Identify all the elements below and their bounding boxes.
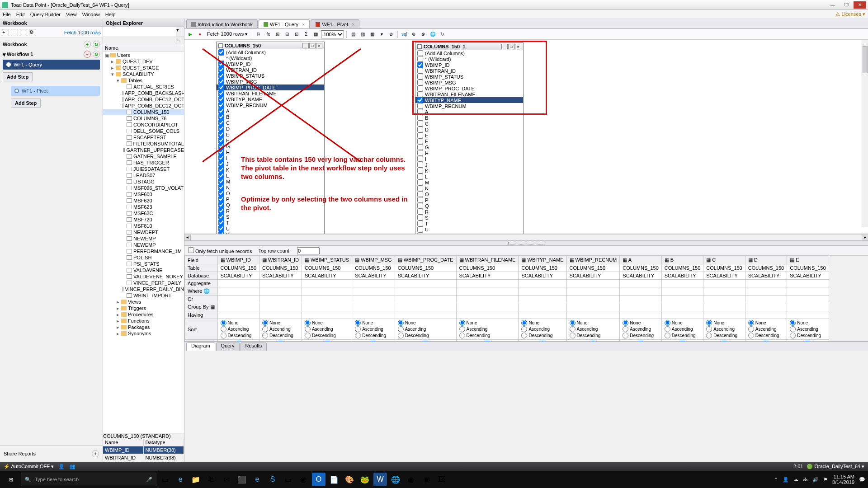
column-checkbox[interactable] — [417, 221, 423, 226]
workflow-header[interactable]: Workflow 1 −↻ — [3, 51, 100, 58]
column-checkbox[interactable] — [218, 196, 224, 202]
tree-row[interactable]: ▸Synonyms — [103, 330, 184, 337]
sort-option[interactable]: Descending — [790, 333, 826, 338]
column-checkbox[interactable] — [417, 138, 423, 144]
sort-option[interactable]: Descending — [398, 333, 453, 338]
app-icon-2[interactable]: ▭ — [281, 473, 295, 486]
tree-row[interactable]: APP_COMB_DEC12_OCT — [103, 96, 184, 103]
grid-field-header[interactable]: ▦ B — [661, 256, 703, 264]
tree-row[interactable]: LEADS07 — [103, 172, 184, 178]
tb-icon-15[interactable]: 🌐 — [429, 30, 437, 38]
sort-option[interactable]: Ascending — [221, 326, 256, 332]
tree-row[interactable]: MSF620 — [103, 197, 184, 204]
column-checkbox[interactable] — [218, 220, 224, 225]
sort-option[interactable]: Descending — [748, 333, 784, 338]
tray-people-icon[interactable]: 👤 — [783, 477, 789, 483]
gear-icon[interactable]: ⚙ — [29, 29, 36, 36]
grid-field-header[interactable]: ▦ WBIMP_MSG — [352, 256, 395, 264]
sort-option[interactable]: None — [459, 320, 516, 326]
splitter-handle[interactable] — [184, 240, 868, 246]
sort-option[interactable]: Ascending — [459, 326, 516, 332]
sort-option[interactable]: Ascending — [305, 326, 349, 332]
outlook-icon[interactable]: O — [312, 473, 326, 486]
column-checkbox[interactable] — [417, 197, 423, 203]
column-item[interactable]: Q — [415, 203, 523, 209]
column-checkbox[interactable] — [417, 191, 423, 197]
column-item[interactable]: V — [217, 231, 324, 234]
tray-clock[interactable]: 11:15 AM8/14/2019 — [832, 474, 854, 485]
tree-row[interactable]: VALDAVENE — [103, 267, 184, 273]
column-item[interactable]: U — [217, 225, 324, 231]
tree-row[interactable]: MSF096_STD_VOLAT — [103, 185, 184, 191]
grid-field-header[interactable]: ▦ WBITRAN_FILENAME — [456, 256, 519, 264]
tree-row[interactable]: ▣Users — [103, 52, 184, 58]
explorer-search-input[interactable] — [103, 27, 176, 37]
tb-icon-7[interactable]: ▦ — [311, 30, 320, 38]
tree-row[interactable]: VALDEVENE_NOKEY — [103, 273, 184, 280]
column-checkbox[interactable] — [417, 232, 423, 234]
column-item[interactable]: I — [415, 156, 523, 162]
column-row[interactable]: WBIMP_IDNUMBER(38) — [103, 446, 184, 454]
tray-flag-icon[interactable]: ⚑ — [823, 477, 828, 483]
chrome-icon[interactable]: ◉ — [404, 473, 418, 486]
column-item[interactable]: (Add All Columns) — [415, 50, 523, 56]
tree-row[interactable]: JUIESDATASET — [103, 166, 184, 172]
tree-row[interactable]: GATNER_SAMPLE — [103, 153, 184, 160]
unique-checkbox[interactable]: Only fetch unique records — [188, 247, 252, 254]
licenses-link[interactable]: Licenses ▾ — [835, 11, 865, 17]
column-item[interactable]: A — [415, 109, 523, 115]
sort-option[interactable]: None — [398, 320, 453, 326]
sort-option[interactable]: Ascending — [748, 326, 784, 332]
tree-row[interactable]: GARTNER_UPPERCASE — [103, 147, 184, 153]
tb-icon-10[interactable]: ▦ — [368, 30, 376, 38]
tree-row[interactable]: POLISH — [103, 254, 184, 261]
terminal-icon[interactable]: ▣ — [420, 473, 433, 486]
open-icon[interactable] — [11, 29, 18, 36]
tb-icon-11[interactable]: ▾ — [377, 30, 386, 38]
column-checkbox[interactable] — [417, 68, 423, 74]
tree-row[interactable]: ▸Triggers — [103, 305, 184, 311]
column-checkbox[interactable] — [417, 179, 423, 185]
column-checkbox[interactable] — [417, 85, 423, 91]
sort-option[interactable]: None — [706, 320, 742, 326]
column-checkbox[interactable] — [417, 215, 423, 221]
column-item[interactable]: T — [415, 221, 523, 226]
column-item[interactable]: J — [415, 162, 523, 168]
column-checkbox[interactable] — [417, 74, 423, 80]
tray-net-icon[interactable]: 🖧 — [803, 477, 808, 482]
tb-icon-13[interactable]: ⊕ — [410, 30, 418, 38]
notepad-icon[interactable]: 📄 — [327, 473, 341, 486]
grid-field-header[interactable]: ▦ WBITYP_NAME — [519, 256, 566, 264]
explorer-icon[interactable]: 📁 — [189, 473, 203, 486]
tree-row[interactable]: ▾SCALABILITY — [103, 71, 184, 77]
tree-row[interactable]: MSF600 — [103, 191, 184, 197]
sort-option[interactable]: Descending — [459, 333, 516, 338]
tab-close-icon[interactable]: × — [352, 22, 354, 27]
column-checkbox[interactable] — [417, 150, 423, 156]
tb-icon-sql[interactable]: sql — [400, 30, 408, 38]
column-item[interactable]: WBITYP_NAME — [415, 97, 523, 103]
tb-icon-6[interactable]: Σ — [302, 30, 310, 38]
box-max-icon[interactable]: □ — [508, 44, 514, 49]
top-row-input[interactable] — [297, 247, 320, 254]
column-item[interactable]: D — [415, 127, 523, 132]
tree-row[interactable]: NEWEMP — [103, 235, 184, 242]
toad-icon[interactable]: 🐸 — [358, 473, 372, 486]
menu-help[interactable]: Help — [105, 12, 116, 17]
column-checkbox[interactable] — [417, 56, 423, 62]
sort-option[interactable]: None — [262, 320, 299, 326]
tb-icon-12[interactable]: ⊘ — [387, 30, 395, 38]
start-button[interactable]: ⊞ — [3, 473, 19, 486]
column-checkbox[interactable] — [417, 127, 423, 132]
tree-row[interactable]: APP_COMB_DEC12_OCT — [103, 103, 184, 109]
btab-query[interactable]: Query — [216, 343, 240, 351]
tray-vol-icon[interactable]: 🔊 — [812, 477, 819, 483]
tree-row[interactable]: LISTAGG — [103, 178, 184, 185]
column-checkbox[interactable] — [417, 203, 423, 209]
column-item[interactable]: B — [415, 115, 523, 121]
btab-results[interactable]: Results — [241, 343, 267, 351]
column-item[interactable]: WBITRAN_FILENAME — [415, 91, 523, 97]
column-item[interactable]: N — [217, 184, 324, 190]
system-tray[interactable]: ⌃ 👤 ☁ 🖧 🔊 ⚑ 11:15 AM8/14/2019 💬 — [774, 474, 865, 485]
tb-icon-8[interactable]: ▤ — [349, 30, 357, 38]
